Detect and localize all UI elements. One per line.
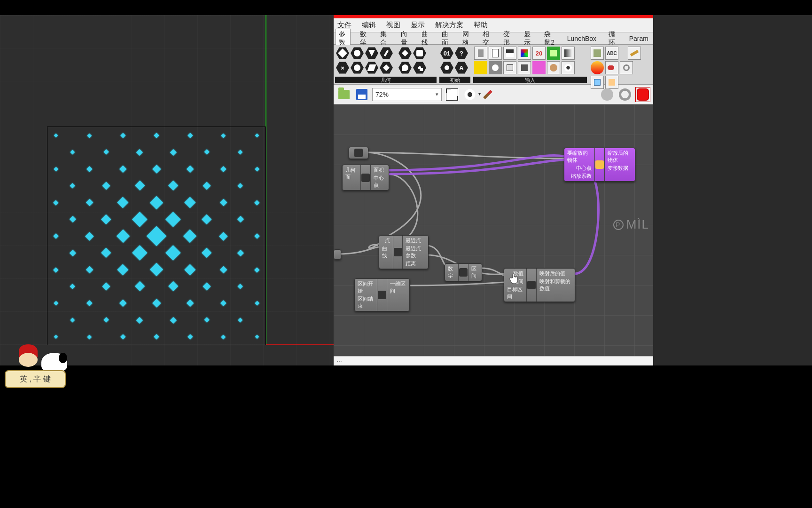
component-icon[interactable] xyxy=(628,47,641,60)
zoom-value: 72% xyxy=(375,91,389,98)
pencil-icon xyxy=(483,90,492,99)
component-icon[interactable] xyxy=(547,61,560,74)
component-icon[interactable] xyxy=(413,47,426,60)
rhino-viewport[interactable]: 英 , 半 键 xyxy=(0,15,334,365)
component-icon[interactable] xyxy=(336,47,349,60)
component-icon[interactable] xyxy=(532,61,546,74)
port-in[interactable]: 要缩放的物体 xyxy=(567,150,592,164)
save-button[interactable] xyxy=(354,87,369,102)
port-out[interactable]: 面积 xyxy=(374,167,384,174)
component-icon[interactable] xyxy=(562,61,575,74)
expand-icon xyxy=(446,88,458,101)
component-icon[interactable] xyxy=(562,47,575,60)
menu-solution[interactable]: 解决方案 xyxy=(435,21,463,30)
port-out[interactable]: 映射和剪裁的数值 xyxy=(539,278,572,292)
port-out[interactable]: 距离 xyxy=(406,260,416,267)
node-construct-domain[interactable]: 区间开始 区间结束 一维区间 xyxy=(354,278,410,311)
menu-display[interactable]: 显示 xyxy=(411,21,425,30)
port-out[interactable]: 中心点 xyxy=(374,175,386,189)
node-param-small[interactable] xyxy=(334,249,341,260)
node-remap[interactable]: 数值 区间 目标区间 映射后的值 映射和剪裁的数值 xyxy=(504,268,575,302)
tool-button[interactable] xyxy=(600,87,615,102)
port-out[interactable]: 一维区间 xyxy=(390,280,406,294)
port-in[interactable]: 曲线 xyxy=(382,245,390,259)
component-icon[interactable] xyxy=(518,47,531,60)
component-icon[interactable] xyxy=(518,61,531,74)
node-surface[interactable]: 几何面 面积 中心点 xyxy=(342,165,389,190)
component-icon[interactable]: 20 xyxy=(532,47,546,60)
geometry-boundary xyxy=(47,127,266,345)
port-out[interactable]: 最近点参数 xyxy=(406,245,425,259)
menu-edit[interactable]: 编辑 xyxy=(362,21,376,30)
component-icon[interactable] xyxy=(380,47,393,60)
zoom-extents-button[interactable] xyxy=(445,87,460,102)
watermark-text: MÌL xyxy=(626,217,649,232)
port-in[interactable]: 区间 xyxy=(513,278,523,285)
component-icon[interactable] xyxy=(489,47,502,60)
port-in[interactable]: 中心点 xyxy=(576,165,592,172)
node-bounds[interactable]: 数字 区间 xyxy=(445,263,482,281)
component-icon[interactable] xyxy=(591,76,604,89)
tool-button[interactable] xyxy=(617,87,632,102)
component-icon[interactable] xyxy=(605,61,618,74)
menu-view[interactable]: 视图 xyxy=(386,21,400,30)
axis-x xyxy=(265,344,334,345)
port-in[interactable]: 数值 xyxy=(513,270,523,277)
component-icon[interactable] xyxy=(398,61,412,74)
port-in[interactable]: 数字 xyxy=(448,265,455,279)
eraser-button[interactable] xyxy=(635,87,650,102)
component-icon[interactable]: ? xyxy=(455,47,468,60)
component-icon[interactable] xyxy=(547,47,560,60)
component-icon[interactable] xyxy=(474,47,487,60)
port-out[interactable]: 最近点 xyxy=(406,237,421,244)
tab-param2[interactable]: Param xyxy=(626,34,651,43)
port-out[interactable]: 区间 xyxy=(471,265,479,279)
port-out[interactable]: 变形数据 xyxy=(608,165,628,172)
node-closest-point[interactable]: 点 曲线 最近点 最近点参数 距离 xyxy=(379,235,429,269)
component-icon[interactable] xyxy=(398,47,412,60)
port-in[interactable]: 几何面 xyxy=(345,167,358,181)
badge-label: 英 , 半 键 xyxy=(5,370,66,388)
watermark: P MÌL xyxy=(613,217,649,232)
component-icon[interactable] xyxy=(620,61,633,74)
node-scale[interactable]: 要缩放的物体 中心点 缩放系数 缩放后的物体 变形数据 xyxy=(564,148,635,182)
diamond-pattern xyxy=(47,127,265,345)
component-icon[interactable] xyxy=(351,61,364,74)
sketch-button[interactable] xyxy=(480,87,495,102)
port-in[interactable]: 缩放系数 xyxy=(571,173,592,180)
port-in[interactable]: 目标区间 xyxy=(507,286,523,300)
component-icon[interactable] xyxy=(440,61,453,74)
component-icon[interactable] xyxy=(503,61,516,74)
zoom-combobox[interactable]: 72% xyxy=(372,88,442,101)
component-icon[interactable] xyxy=(591,61,604,74)
component-icon[interactable]: A xyxy=(455,61,468,74)
component-icon[interactable] xyxy=(503,47,516,60)
port-in[interactable]: 区间开始 xyxy=(358,280,374,294)
component-icon[interactable] xyxy=(351,47,364,60)
grasshopper-canvas[interactable]: 几何面 面积 中心点 点 曲线 最近点 最近点参数 距离 xyxy=(334,104,653,356)
ribbon-group-label: 初始 xyxy=(439,77,470,83)
component-icon[interactable] xyxy=(365,47,378,60)
preview-button[interactable] xyxy=(462,87,477,102)
component-icon[interactable] xyxy=(365,61,378,74)
blob-icon xyxy=(601,88,613,101)
port-in[interactable]: 区间结束 xyxy=(358,295,374,310)
component-icon[interactable]: ABC xyxy=(605,47,618,60)
component-icon[interactable] xyxy=(474,61,487,74)
component-icon[interactable] xyxy=(605,76,618,89)
component-icon[interactable]: 01 xyxy=(440,47,453,60)
component-icon[interactable] xyxy=(413,61,426,74)
component-icon[interactable] xyxy=(380,61,393,74)
port-out[interactable]: 映射后的值 xyxy=(539,270,565,277)
tab-lunchbox[interactable]: LunchBox xyxy=(564,34,599,43)
port-in[interactable]: 点 xyxy=(385,237,390,244)
ribbon-group-label: 几何 xyxy=(335,77,437,83)
component-icon[interactable] xyxy=(591,47,604,60)
port-out[interactable]: 缩放后的物体 xyxy=(608,150,632,164)
open-button[interactable] xyxy=(336,87,351,102)
component-icon[interactable] xyxy=(489,61,502,74)
component-icon[interactable]: × xyxy=(336,61,349,74)
node-param[interactable] xyxy=(349,147,368,159)
component-icon xyxy=(361,174,370,182)
menu-help[interactable]: 帮助 xyxy=(474,21,488,30)
